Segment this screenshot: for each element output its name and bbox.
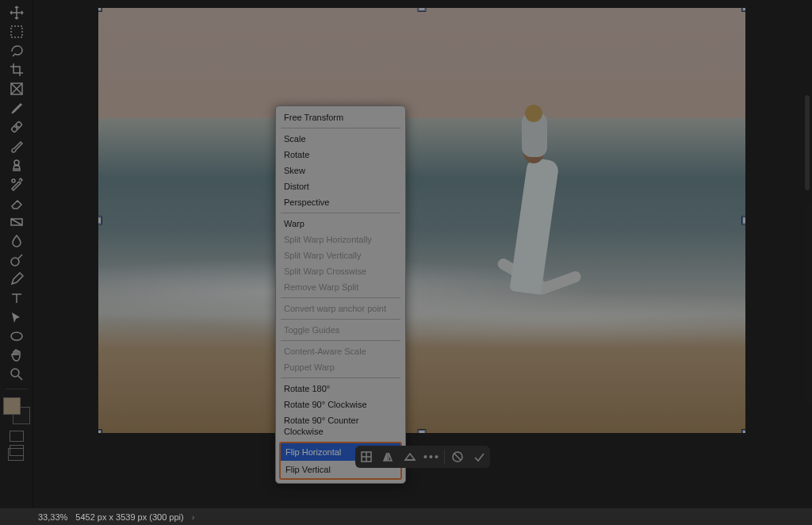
lasso-tool[interactable] xyxy=(5,41,29,60)
more-options-icon[interactable]: ••• xyxy=(422,447,441,466)
menu-distort[interactable]: Distort xyxy=(276,178,405,194)
menu-rotate[interactable]: Rotate xyxy=(276,147,405,163)
svg-rect-0 xyxy=(11,26,22,37)
gradient-tool[interactable] xyxy=(5,213,29,232)
svg-line-9 xyxy=(11,219,22,225)
menu-toggle-guides: Toggle Guides xyxy=(276,322,405,338)
flip-icon[interactable] xyxy=(378,447,397,466)
frame-tool[interactable] xyxy=(5,79,29,98)
screenmode-icon[interactable] xyxy=(10,445,24,456)
zoom-tool[interactable] xyxy=(5,365,29,384)
status-more-icon[interactable]: › xyxy=(192,512,195,522)
blur-tool[interactable] xyxy=(5,232,29,251)
handle-middle-left[interactable] xyxy=(98,217,102,224)
svg-line-14 xyxy=(18,376,22,380)
menu-skew[interactable]: Skew xyxy=(276,163,405,178)
menu-rotate-180[interactable]: Rotate 180° xyxy=(276,381,405,397)
handle-top-right[interactable] xyxy=(742,8,745,11)
healing-tool[interactable] xyxy=(5,117,29,136)
warp-icon[interactable] xyxy=(400,447,419,466)
menu-remove-warp-split: Remove Warp Split xyxy=(276,279,405,295)
menu-perspective[interactable]: Perspective xyxy=(276,194,405,210)
color-swatches[interactable] xyxy=(3,397,30,424)
eraser-tool[interactable] xyxy=(5,194,29,213)
ellipse-tool[interactable] xyxy=(5,327,29,346)
commit-transform-icon[interactable] xyxy=(469,447,488,466)
handle-top-middle[interactable] xyxy=(419,8,426,11)
marquee-tool[interactable] xyxy=(5,22,29,41)
svg-line-20 xyxy=(454,454,461,460)
svg-point-13 xyxy=(11,369,19,377)
transform-context-menu: Free Transform ScaleRotateSkewDistortPer… xyxy=(275,105,406,484)
path-tool[interactable] xyxy=(5,308,29,327)
cancel-transform-icon[interactable] xyxy=(448,447,467,466)
document-dimensions: 5452 px x 3539 px (300 ppi) xyxy=(75,512,183,522)
transform-options-bar: ••• xyxy=(355,446,490,468)
handle-bottom-middle[interactable] xyxy=(419,430,426,433)
quickmask-icon[interactable] xyxy=(10,431,24,442)
type-tool[interactable] xyxy=(5,289,29,308)
reference-point-icon[interactable] xyxy=(357,447,376,466)
svg-point-12 xyxy=(11,332,22,340)
handle-top-left[interactable] xyxy=(98,8,102,11)
handle-middle-right[interactable] xyxy=(742,217,745,224)
status-bar: 33,33% 5452 px x 3539 px (300 ppi) › xyxy=(0,508,812,525)
canvas-area[interactable]: Free Transform ScaleRotateSkewDistortPer… xyxy=(33,0,812,508)
svg-point-7 xyxy=(12,179,15,182)
transform-bounding-box[interactable] xyxy=(98,8,745,433)
svg-point-10 xyxy=(11,258,19,266)
scrollbar-vertical[interactable] xyxy=(805,95,810,190)
svg-line-11 xyxy=(18,255,22,259)
stamp-tool[interactable] xyxy=(5,155,29,174)
pen-tool[interactable] xyxy=(5,270,29,289)
dodge-tool[interactable] xyxy=(5,251,29,270)
menu-puppet-warp: Puppet Warp xyxy=(276,359,405,375)
menu-split-warp-horizontally: Split Warp Horizontally xyxy=(276,232,405,247)
move-tool[interactable] xyxy=(5,3,29,22)
menu-free-transform[interactable]: Free Transform xyxy=(276,109,405,125)
handle-bottom-right[interactable] xyxy=(742,430,745,433)
toolbar-separator xyxy=(6,389,28,389)
history-brush-tool[interactable] xyxy=(5,174,29,194)
menu-content-aware-scale: Content-Aware Scale xyxy=(276,343,405,359)
menu-warp[interactable]: Warp xyxy=(276,216,405,232)
hand-tool[interactable] xyxy=(5,346,29,365)
menu-convert-warp-anchor-point: Convert warp anchor point xyxy=(276,301,405,316)
tools-panel xyxy=(0,0,33,508)
document-image xyxy=(98,8,745,433)
crop-tool[interactable] xyxy=(5,60,29,79)
menu-rotate-90-clockwise[interactable]: Rotate 90° Clockwise xyxy=(276,397,405,412)
eyedropper-tool[interactable] xyxy=(5,98,29,117)
menu-scale[interactable]: Scale xyxy=(276,131,405,147)
zoom-level[interactable]: 33,33% xyxy=(38,512,67,522)
menu-split-warp-crosswise: Split Warp Crosswise xyxy=(276,263,405,279)
handle-bottom-left[interactable] xyxy=(98,430,102,433)
menu-split-warp-vertically: Split Warp Vertically xyxy=(276,247,405,263)
foreground-color-swatch[interactable] xyxy=(3,397,21,415)
brush-tool[interactable] xyxy=(5,136,29,155)
menu-rotate-90-counter-clockwise[interactable]: Rotate 90° Counter Clockwise xyxy=(276,412,405,439)
